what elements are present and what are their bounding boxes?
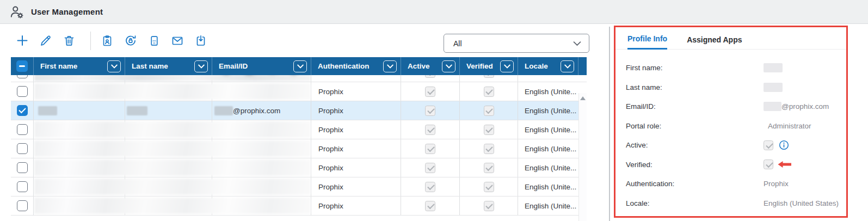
envelope-icon (171, 34, 184, 47)
row-checkbox[interactable] (17, 124, 28, 135)
column-filter-button[interactable] (107, 60, 121, 72)
table-body: Prophix English (Unite... @prophix.com P… (11, 75, 587, 221)
verified-checkbox-readonly (484, 201, 494, 211)
field-label: Authentication: (626, 180, 764, 188)
row-checkbox[interactable] (17, 181, 28, 192)
authentication-cell: Prophix (311, 101, 401, 120)
locale-cell: English (Unite... (518, 177, 578, 196)
passcode-button[interactable] (147, 34, 161, 47)
chevron-down-icon (564, 64, 571, 69)
verified-checkbox-readonly (484, 182, 494, 192)
scroll-up-arrow-icon[interactable] (580, 96, 586, 100)
user-management-screen: User Management (0, 0, 868, 221)
authentication-cell: Prophix (311, 120, 401, 139)
table-row[interactable]: Prophix English (Unite... (11, 158, 587, 177)
column-filter-button[interactable] (561, 60, 574, 72)
page-title: User Management (31, 7, 103, 16)
clipboard-user-icon (101, 34, 114, 47)
send-email-button[interactable] (171, 34, 184, 47)
redacted-last-name (764, 83, 783, 92)
active-checkbox-readonly (425, 201, 435, 211)
column-header-active[interactable]: Active (401, 57, 460, 75)
redacted-first-name (764, 63, 783, 72)
column-header-last-name[interactable]: Last name (125, 57, 212, 75)
column-filter-button[interactable] (293, 60, 307, 72)
chevron-down-icon (198, 64, 205, 69)
active-checkbox-readonly (425, 144, 435, 154)
add-user-button[interactable] (16, 34, 29, 47)
table-row[interactable]: Prophix English (Unite... (11, 82, 587, 101)
redacted-email-prefix (214, 106, 233, 115)
table-header: First name Last name Email/ID Authentica… (11, 57, 587, 75)
locale-cell: English (Unite... (518, 120, 578, 139)
redacted-last-name (127, 106, 147, 115)
column-header-locale[interactable]: Locale (518, 57, 578, 75)
chevron-down-icon (446, 64, 452, 69)
table-row[interactable]: Prophix English (Unite... (11, 120, 587, 139)
delete-user-button[interactable] (63, 34, 76, 47)
row-checkbox[interactable] (17, 162, 28, 173)
locale-cell: English (Unite... (518, 158, 578, 177)
info-icon[interactable] (779, 140, 789, 150)
active-checkbox-readonly (425, 106, 435, 116)
table-row-partial[interactable] (11, 75, 587, 82)
filter-dropdown[interactable]: All (444, 34, 589, 53)
table-row[interactable]: Prophix English (Unite... (11, 139, 587, 158)
chevron-down-icon (387, 64, 393, 69)
field-label: Email/ID: (626, 102, 764, 110)
locale-value: English (United States) (764, 199, 839, 207)
edit-user-button[interactable] (39, 34, 52, 47)
verified-checkbox-readonly (484, 125, 494, 135)
tab-assigned-apps[interactable]: Assigned Apps (687, 35, 742, 49)
row-checkbox[interactable] (17, 143, 28, 154)
column-label: Email/ID (219, 62, 248, 70)
table-row[interactable]: Prophix English (Unite... (11, 177, 587, 197)
table-scrollbar[interactable] (578, 93, 587, 221)
tab-profile-info[interactable]: Profile Info (627, 34, 667, 50)
row-checkbox[interactable] (17, 75, 28, 78)
copy-profile-button[interactable] (101, 34, 114, 47)
column-header-authentication[interactable]: Authentication (311, 57, 401, 75)
field-label: Last name: (626, 83, 764, 91)
table-row-selected[interactable]: @prophix.com Prophix English (Unite... (11, 101, 587, 120)
column-filter-button[interactable] (500, 60, 514, 72)
portal-role-value: Administrator (764, 122, 811, 130)
row-checkbox[interactable] (17, 105, 28, 116)
verified-checkbox-readonly (764, 159, 773, 169)
column-header-email[interactable]: Email/ID (212, 57, 311, 75)
column-label: Last name (132, 62, 168, 70)
field-verified: Verified: (626, 155, 846, 175)
column-header-verified[interactable]: Verified (460, 57, 518, 75)
redacted-area (212, 75, 305, 77)
user-gear-icon (8, 4, 24, 20)
column-header-first-name[interactable]: First name (34, 57, 125, 75)
field-portal-role: Portal role: Administrator (626, 116, 846, 136)
active-checkbox-readonly (764, 140, 773, 150)
row-checkbox[interactable] (17, 86, 28, 97)
authentication-cell: Prophix (311, 139, 401, 158)
verified-checkbox-readonly (484, 75, 494, 78)
select-all-checkbox[interactable] (16, 60, 28, 72)
field-label: Verified: (626, 161, 764, 169)
table-row-partial (11, 216, 587, 221)
active-checkbox-readonly (425, 182, 435, 192)
select-all-cell (11, 57, 34, 75)
chevron-down-icon (297, 64, 304, 69)
authentication-value: Prophix (764, 180, 789, 188)
import-users-button[interactable] (194, 34, 207, 47)
annotation-arrow-icon (777, 161, 792, 168)
locale-cell: English (Unite... (518, 101, 578, 120)
field-email: Email/ID: @prophix.com (626, 97, 846, 116)
locale-cell: English (Unite... (518, 82, 578, 101)
authentication-cell: Prophix (311, 197, 401, 215)
column-filter-button[interactable] (442, 60, 455, 72)
reset-password-button[interactable] (124, 34, 137, 47)
table-row[interactable]: Prophix English (Unite... (11, 197, 587, 216)
field-label: Active: (626, 141, 764, 149)
row-checkbox[interactable] (17, 200, 28, 211)
field-active: Active: (626, 136, 846, 155)
column-filter-button[interactable] (194, 60, 208, 72)
header-scrollbar-spacer (578, 57, 587, 75)
column-filter-button[interactable] (383, 60, 397, 72)
toolbar-separator (90, 32, 91, 50)
